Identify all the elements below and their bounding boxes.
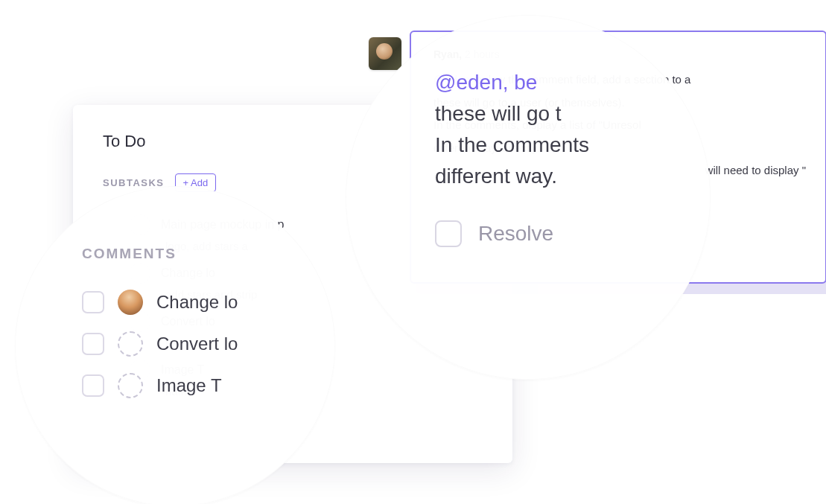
item-text: Convert lo xyxy=(156,334,238,354)
magnifier-comment: @eden, be these will go t In the comment… xyxy=(346,15,711,380)
list-item[interactable]: Convert lo xyxy=(82,323,313,365)
resolve-row[interactable]: Resolve xyxy=(435,220,669,247)
avatar xyxy=(369,37,401,70)
resolve-checkbox[interactable] xyxy=(435,220,462,247)
magnifier-todo: COMMENTS Change lo Convert lo Image T xyxy=(15,186,335,504)
assignee-placeholder-icon[interactable] xyxy=(118,373,143,398)
item-text: Image T xyxy=(156,375,222,396)
magnified-comment-text: @eden, be these will go t In the comment… xyxy=(435,67,669,192)
checkbox-icon[interactable] xyxy=(82,374,104,397)
magnified-line: different way. xyxy=(435,161,669,192)
checkbox-icon[interactable] xyxy=(82,291,104,313)
magnified-line: In the comments xyxy=(435,130,669,161)
item-text: Change lo xyxy=(156,292,238,313)
magnified-line: these will go t xyxy=(435,98,669,130)
list-item[interactable]: Change lo xyxy=(82,281,313,323)
avatar xyxy=(118,290,143,315)
checkbox-icon[interactable] xyxy=(82,333,104,355)
assignee-placeholder-icon[interactable] xyxy=(118,331,143,357)
resolve-label: Resolve xyxy=(478,222,553,246)
mention-link[interactable]: @eden, be xyxy=(435,71,537,94)
list-item[interactable]: Image T xyxy=(82,365,313,406)
comments-label: COMMENTS xyxy=(82,246,313,262)
